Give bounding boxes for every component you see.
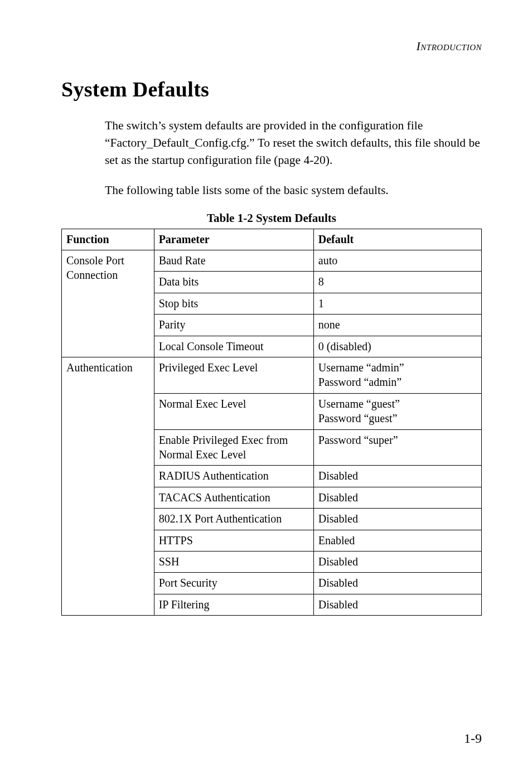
default-cell: Enabled xyxy=(313,530,481,551)
page-number: 1-9 xyxy=(464,731,482,746)
default-cell: Disabled xyxy=(313,594,481,615)
parameter-cell: Baud Rate xyxy=(154,250,313,272)
table-row: Console Port Connection Baud Rate auto xyxy=(62,250,482,272)
paragraph-1: The switch’s system defaults are provide… xyxy=(105,117,482,170)
default-cell: auto xyxy=(313,250,481,272)
default-cell: none xyxy=(313,315,481,336)
default-cell: Disabled xyxy=(313,509,481,530)
header-function: Function xyxy=(62,229,154,250)
parameter-cell: IP Filtering xyxy=(154,594,313,615)
table-header-row: Function Parameter Default xyxy=(62,229,482,250)
parameter-cell: 802.1X Port Authentication xyxy=(154,509,313,530)
system-defaults-table: Function Parameter Default Console Port … xyxy=(61,229,482,616)
function-cell: Authentication xyxy=(62,357,154,616)
header-default: Default xyxy=(313,229,481,250)
header-parameter: Parameter xyxy=(154,229,313,250)
parameter-cell: Stop bits xyxy=(154,293,313,314)
parameter-cell: HTTPS xyxy=(154,530,313,551)
parameter-cell: RADIUS Authentication xyxy=(154,466,313,487)
page-title: System Defaults xyxy=(61,77,482,101)
default-cell: Password “super” xyxy=(313,429,481,466)
parameter-cell: Data bits xyxy=(154,272,313,293)
parameter-cell: SSH xyxy=(154,551,313,572)
table-caption: Table 1-2 System Defaults xyxy=(61,211,482,225)
default-cell: Disabled xyxy=(313,466,481,487)
default-cell: 1 xyxy=(313,293,481,314)
parameter-cell: TACACS Authentication xyxy=(154,487,313,508)
default-cell: 0 (disabled) xyxy=(313,336,481,357)
function-cell: Console Port Connection xyxy=(62,250,154,357)
default-cell: Username “guest”Password “guest” xyxy=(313,393,481,429)
parameter-cell: Parity xyxy=(154,315,313,336)
table-row: Authentication Privileged Exec Level Use… xyxy=(62,357,482,394)
default-cell: Username “admin”Password “admin” xyxy=(313,357,481,394)
parameter-cell: Privileged Exec Level xyxy=(154,357,313,394)
default-cell: Disabled xyxy=(313,573,481,594)
running-head: Introduction xyxy=(61,39,482,54)
parameter-cell: Normal Exec Level xyxy=(154,393,313,429)
default-cell: 8 xyxy=(313,272,481,293)
default-cell: Disabled xyxy=(313,551,481,572)
parameter-cell: Enable Privileged Exec from Normal Exec … xyxy=(154,429,313,466)
parameter-cell: Port Security xyxy=(154,573,313,594)
default-cell: Disabled xyxy=(313,487,481,508)
parameter-cell: Local Console Timeout xyxy=(154,336,313,357)
running-head-text: Introduction xyxy=(416,39,482,53)
paragraph-2: The following table lists some of the ba… xyxy=(105,182,482,199)
intro-text: The switch’s system defaults are provide… xyxy=(105,117,482,199)
